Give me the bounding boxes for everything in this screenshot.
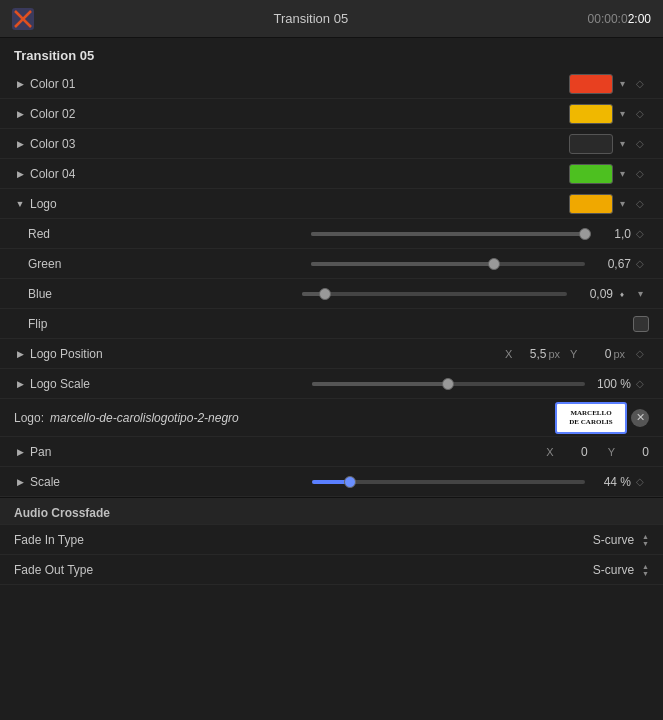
flip-row: Flip (0, 309, 663, 339)
green-slider[interactable] (311, 262, 586, 266)
fade-out-label: Fade Out Type (14, 563, 593, 577)
logo-position-keyframe[interactable]: ◇ (631, 348, 649, 359)
logo-row[interactable]: ▼ Logo ▾ ◇ (0, 189, 663, 219)
color03-row[interactable]: ▶ Color 03 ▾ ◇ (0, 129, 663, 159)
scale-label: Scale (30, 475, 304, 489)
color02-dropdown[interactable]: ▾ (613, 108, 631, 119)
fade-in-label: Fade In Type (14, 533, 593, 547)
red-keyframe[interactable]: ◇ (631, 228, 649, 239)
color01-keyframe[interactable]: ◇ (631, 78, 649, 89)
timecode: 00:00:02:00 (588, 12, 651, 26)
logo-file-prefix: Logo: (14, 411, 44, 425)
flip-checkbox[interactable] (633, 316, 649, 332)
blue-extra-dropdown[interactable]: ▾ (631, 288, 649, 299)
y-value[interactable]: 0 (581, 347, 611, 361)
pan-row[interactable]: ▶ Pan X 0 Y 0 (0, 437, 663, 467)
blue-keyframe[interactable]: ⬧ (613, 288, 631, 299)
green-keyframe[interactable]: ◇ (631, 258, 649, 269)
color01-expand[interactable]: ▶ (14, 78, 26, 90)
color02-swatch[interactable] (569, 104, 613, 124)
pan-expand[interactable]: ▶ (14, 446, 26, 458)
logo-position-label: Logo Position (30, 347, 505, 361)
color01-swatch[interactable] (569, 74, 613, 94)
logo-scale-row: ▶ Logo Scale 100 % ◇ (0, 369, 663, 399)
green-row: Green 0,67 ◇ (0, 249, 663, 279)
color04-swatch[interactable] (569, 164, 613, 184)
logo-thumb-text: MARCELLODE CAROLIS (569, 409, 612, 426)
green-value: 0,67 (593, 257, 631, 271)
logo-keyframe[interactable]: ◇ (631, 198, 649, 209)
titlebar: Transition 05 00:00:02:00 (0, 0, 663, 38)
color03-label: Color 03 (30, 137, 569, 151)
logo-dropdown[interactable]: ▾ (613, 198, 631, 209)
fade-in-row: Fade In Type S-curve ▲ ▼ (0, 525, 663, 555)
scale-value: 44 % (593, 475, 631, 489)
logo-label: Logo (30, 197, 569, 211)
color04-expand[interactable]: ▶ (14, 168, 26, 180)
pan-y-value[interactable]: 0 (619, 445, 649, 459)
x-value[interactable]: 5,5 (516, 347, 546, 361)
blue-slider[interactable] (302, 292, 568, 296)
color03-swatch[interactable] (569, 134, 613, 154)
fade-out-value[interactable]: S-curve ▲ ▼ (593, 563, 649, 577)
x-label: X (505, 348, 512, 360)
fade-out-arrows[interactable]: ▲ ▼ (642, 563, 649, 577)
green-label: Green (28, 257, 303, 271)
logo-position-row[interactable]: ▶ Logo Position X 5,5 px Y 0 px ◇ (0, 339, 663, 369)
fade-in-value[interactable]: S-curve ▲ ▼ (593, 533, 649, 547)
color03-dropdown[interactable]: ▾ (613, 138, 631, 149)
color01-dropdown[interactable]: ▾ (613, 78, 631, 89)
logo-file-row: Logo: marcello-de-carolislogotipo-2-negr… (0, 399, 663, 437)
logo-scale-slider[interactable] (312, 382, 586, 386)
y-unit: px (613, 348, 625, 360)
logo-scale-label: Logo Scale (30, 377, 304, 391)
panel-title: Transition 05 (0, 38, 663, 69)
fade-in-arrows[interactable]: ▲ ▼ (642, 533, 649, 547)
pan-x-label: X (546, 446, 553, 458)
scale-slider[interactable] (312, 480, 586, 484)
color04-row[interactable]: ▶ Color 04 ▾ ◇ (0, 159, 663, 189)
logo-thumbnail[interactable]: MARCELLODE CAROLIS (555, 402, 627, 434)
color02-label: Color 02 (30, 107, 569, 121)
logo-scale-value: 100 % (593, 377, 631, 391)
red-row: Red 1,0 ◇ (0, 219, 663, 249)
blue-row: Blue 0,09 ⬧ ▾ (0, 279, 663, 309)
color02-keyframe[interactable]: ◇ (631, 108, 649, 119)
app-logo[interactable] (12, 8, 34, 30)
pan-y-label: Y (608, 446, 615, 458)
pan-x-value[interactable]: 0 (558, 445, 588, 459)
color01-row[interactable]: ▶ Color 01 ▾ ◇ (0, 69, 663, 99)
blue-label: Blue (28, 287, 294, 301)
color01-label: Color 01 (30, 77, 569, 91)
scale-expand[interactable]: ▶ (14, 476, 26, 488)
red-slider[interactable] (311, 232, 586, 236)
fade-out-row: Fade Out Type S-curve ▲ ▼ (0, 555, 663, 585)
logo-expand[interactable]: ▼ (14, 198, 26, 210)
y-label: Y (570, 348, 577, 360)
logo-swatch[interactable] (569, 194, 613, 214)
red-value: 1,0 (593, 227, 631, 241)
logo-filename: marcello-de-carolislogotipo-2-negro (50, 411, 547, 425)
logo-position-expand[interactable]: ▶ (14, 348, 26, 360)
window-title: Transition 05 (273, 11, 348, 26)
color03-keyframe[interactable]: ◇ (631, 138, 649, 149)
pan-label: Pan (30, 445, 546, 459)
flip-label: Flip (28, 317, 633, 331)
color04-dropdown[interactable]: ▾ (613, 168, 631, 179)
color04-label: Color 04 (30, 167, 569, 181)
logo-scale-expand[interactable]: ▶ (14, 378, 26, 390)
logo-scale-keyframe[interactable]: ◇ (631, 378, 649, 389)
logo-remove-button[interactable]: ✕ (631, 409, 649, 427)
color02-row[interactable]: ▶ Color 02 ▾ ◇ (0, 99, 663, 129)
color03-expand[interactable]: ▶ (14, 138, 26, 150)
scale-keyframe[interactable]: ◇ (631, 476, 649, 487)
scale-row: ▶ Scale 44 % ◇ (0, 467, 663, 497)
color04-keyframe[interactable]: ◇ (631, 168, 649, 179)
red-label: Red (28, 227, 303, 241)
inspector-panel: Transition 05 ▶ Color 01 ▾ ◇ ▶ Color 02 … (0, 38, 663, 585)
blue-value: 0,09 (575, 287, 613, 301)
x-unit: px (548, 348, 560, 360)
audio-crossfade-title: Audio Crossfade (0, 498, 663, 525)
color02-expand[interactable]: ▶ (14, 108, 26, 120)
